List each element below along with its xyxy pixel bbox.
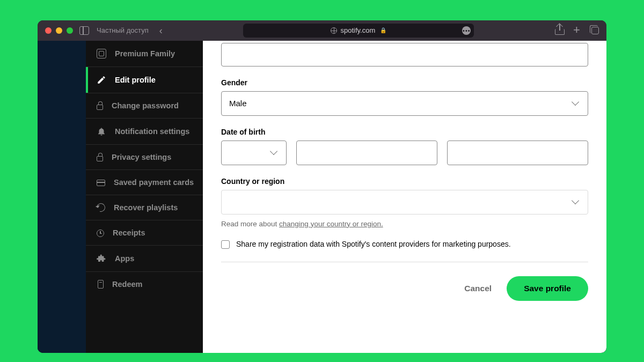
- sidebar-item-notification-settings[interactable]: Notification settings: [86, 119, 203, 145]
- private-mode-label: Частный доступ: [97, 26, 149, 34]
- globe-icon: [331, 27, 337, 34]
- share-data-row: Share my registration data with Spotify'…: [221, 240, 588, 249]
- sidebar-item-label: Privacy settings: [112, 153, 171, 161]
- puzzle-icon: [97, 254, 106, 263]
- country-label: Country or region: [221, 177, 588, 186]
- cancel-button[interactable]: Cancel: [464, 284, 492, 293]
- page-gutter: [38, 41, 86, 353]
- sidebar-item-recover-playlists[interactable]: Recover playlists: [86, 195, 203, 220]
- page-menu-icon[interactable]: •••: [462, 26, 471, 35]
- window-controls: [45, 27, 73, 34]
- dob-label: Date of birth: [221, 128, 588, 136]
- sidebar-item-label: Premium Family: [115, 49, 175, 58]
- username-input[interactable]: [221, 43, 588, 67]
- sidebar-item-label: Edit profile: [115, 76, 156, 84]
- sidebar-item-privacy-settings[interactable]: Privacy settings: [86, 145, 203, 170]
- sidebar-item-saved-payment-cards[interactable]: Saved payment cards: [86, 170, 203, 195]
- pencil-icon: [97, 75, 106, 85]
- dob-month-input[interactable]: [296, 141, 437, 165]
- sidebar-item-redeem[interactable]: Redeem: [86, 272, 203, 297]
- new-tab-icon[interactable]: +: [573, 26, 583, 35]
- sidebar-item-label: Receipts: [113, 228, 145, 237]
- card-icon: [97, 180, 105, 186]
- sidebar-item-premium-family[interactable]: Premium Family: [86, 41, 203, 67]
- sidebar-item-receipts[interactable]: Receipts: [86, 220, 203, 246]
- sidebar-item-label: Apps: [115, 254, 134, 263]
- url-text: spotify.com: [340, 26, 375, 34]
- sidebar-toggle-icon[interactable]: [79, 26, 89, 35]
- country-hint-prefix: Read more about: [221, 220, 279, 228]
- content-area: Premium Family Edit profile Change passw…: [38, 41, 606, 353]
- share-icon[interactable]: [555, 29, 565, 35]
- chevron-down-icon: [573, 101, 580, 106]
- lock-icon: 🔒: [380, 27, 386, 33]
- redeem-icon: [98, 280, 104, 289]
- dob-day-select[interactable]: [221, 141, 287, 165]
- share-data-label: Share my registration data with Spotify'…: [236, 240, 511, 248]
- browser-window: Частный доступ ‹ spotify.com 🔒 ••• + Pre…: [38, 20, 606, 353]
- lock-icon: [97, 105, 103, 110]
- tabs-overview-icon[interactable]: [591, 27, 599, 34]
- maximize-window-icon[interactable]: [67, 27, 73, 34]
- profile-form: Gender Male Date of birth Country or reg…: [203, 41, 606, 353]
- sidebar-item-label: Change password: [112, 101, 179, 110]
- dob-row: [221, 141, 588, 165]
- address-bar[interactable]: spotify.com 🔒 •••: [243, 24, 474, 38]
- save-profile-button[interactable]: Save profile: [507, 276, 588, 301]
- sidebar-item-change-password[interactable]: Change password: [86, 93, 203, 119]
- sidebar-item-apps[interactable]: Apps: [86, 246, 203, 272]
- gender-select[interactable]: Male: [221, 91, 588, 116]
- account-sidebar: Premium Family Edit profile Change passw…: [86, 41, 203, 353]
- sidebar-item-label: Saved payment cards: [114, 178, 194, 187]
- share-data-checkbox[interactable]: [221, 240, 230, 249]
- back-button[interactable]: ‹: [159, 26, 163, 35]
- close-window-icon[interactable]: [45, 27, 52, 34]
- family-icon: [97, 49, 106, 58]
- sidebar-item-edit-profile[interactable]: Edit profile: [86, 67, 203, 93]
- lock-icon: [97, 156, 103, 161]
- minimize-window-icon[interactable]: [56, 27, 62, 34]
- separator: [221, 262, 588, 262]
- clock-icon: [97, 230, 104, 237]
- sidebar-item-label: Recover playlists: [114, 203, 178, 212]
- country-hint: Read more about changing your country or…: [221, 220, 588, 228]
- gender-value: Male: [229, 99, 247, 108]
- toolbar-actions: +: [555, 26, 599, 35]
- gender-label: Gender: [221, 78, 588, 87]
- sidebar-item-label: Redeem: [112, 280, 142, 289]
- recover-icon: [95, 202, 107, 213]
- titlebar: Частный доступ ‹ spotify.com 🔒 ••• +: [38, 20, 606, 41]
- sidebar-item-label: Notification settings: [115, 127, 189, 136]
- country-hint-link[interactable]: changing your country or region.: [279, 220, 383, 228]
- form-actions: Cancel Save profile: [221, 276, 588, 301]
- bell-icon: [97, 127, 106, 136]
- chevron-down-icon: [271, 151, 279, 155]
- country-select[interactable]: [221, 190, 588, 215]
- address-bar-wrap: spotify.com 🔒 •••: [169, 24, 548, 38]
- chevron-down-icon: [573, 200, 580, 204]
- dob-year-input[interactable]: [447, 141, 588, 165]
